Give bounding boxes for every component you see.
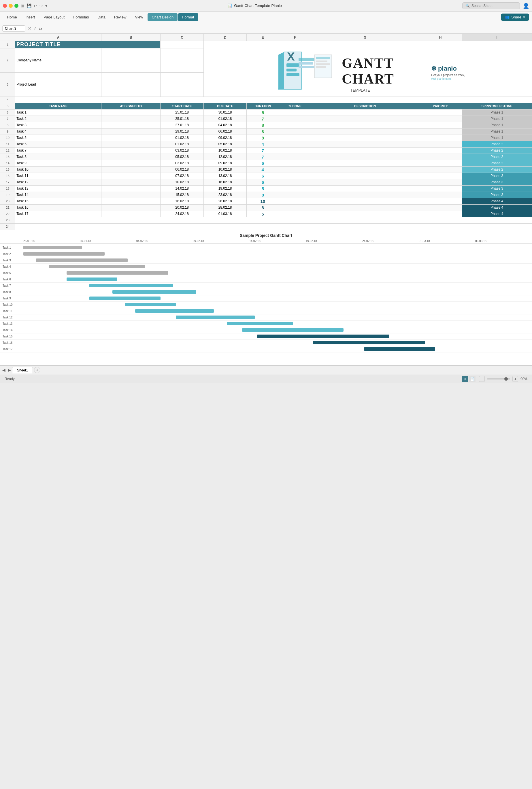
priority-cell[interactable] bbox=[419, 211, 462, 217]
task-name-cell[interactable]: Task 4 bbox=[15, 128, 101, 135]
pct-done-cell[interactable] bbox=[279, 141, 311, 147]
description-cell[interactable] bbox=[311, 109, 419, 116]
assigned-to-cell[interactable] bbox=[101, 185, 160, 192]
priority-cell[interactable] bbox=[419, 198, 462, 204]
due-date-cell[interactable]: 01.02.18 bbox=[204, 116, 246, 122]
task-name-cell[interactable]: Task 1 bbox=[15, 109, 101, 116]
task-name-cell[interactable]: Task 2 bbox=[15, 116, 101, 122]
description-cell[interactable] bbox=[311, 122, 419, 128]
phase-cell[interactable]: Phase 4 bbox=[462, 211, 532, 217]
confirm-icon[interactable]: ✓ bbox=[33, 26, 37, 31]
task-name-cell[interactable]: Task 16 bbox=[15, 204, 101, 211]
col-header-I[interactable]: I bbox=[462, 34, 532, 41]
tab-insert[interactable]: Insert bbox=[22, 13, 39, 21]
view-normal-icon[interactable]: ⊞ bbox=[462, 376, 468, 382]
pct-done-cell[interactable] bbox=[279, 147, 311, 154]
task-name-cell[interactable]: Task 8 bbox=[15, 154, 101, 160]
duration-cell[interactable]: 4 bbox=[247, 166, 279, 173]
phase-cell[interactable]: Phase 4 bbox=[462, 198, 532, 204]
project-lead-cell[interactable]: Project Lead bbox=[15, 72, 101, 97]
col-header-F[interactable]: F bbox=[279, 34, 311, 41]
col-header-E[interactable]: E bbox=[247, 34, 279, 41]
assigned-to-cell[interactable] bbox=[101, 116, 160, 122]
duration-cell[interactable]: 8 bbox=[247, 122, 279, 128]
col-header-C[interactable]: C bbox=[160, 34, 204, 41]
assigned-to-cell[interactable] bbox=[101, 135, 160, 141]
due-date-cell[interactable]: 16.02.18 bbox=[204, 179, 246, 185]
duration-cell[interactable]: 8 bbox=[247, 135, 279, 141]
start-date-cell[interactable]: 10.02.18 bbox=[160, 179, 204, 185]
duration-cell[interactable]: 7 bbox=[247, 154, 279, 160]
due-date-cell[interactable]: 09.02.18 bbox=[204, 160, 246, 166]
due-date-cell[interactable]: 13.02.18 bbox=[204, 173, 246, 179]
phase-cell[interactable]: Phase 2 bbox=[462, 160, 532, 166]
task-name-cell[interactable]: Task 11 bbox=[15, 173, 101, 179]
phase-cell[interactable]: Phase 2 bbox=[462, 154, 532, 160]
pct-done-cell[interactable] bbox=[279, 135, 311, 141]
task-name-cell[interactable]: Task 5 bbox=[15, 135, 101, 141]
zoom-in-button[interactable]: + bbox=[512, 376, 518, 382]
sheet-tab-sheet1[interactable]: Sheet1 bbox=[12, 367, 33, 373]
duration-cell[interactable]: 5 bbox=[247, 185, 279, 192]
assigned-to-cell[interactable] bbox=[101, 173, 160, 179]
priority-cell[interactable] bbox=[419, 160, 462, 166]
phase-cell[interactable]: Phase 3 bbox=[462, 192, 532, 198]
due-date-cell[interactable]: 12.02.18 bbox=[204, 154, 246, 160]
cell-B3[interactable] bbox=[101, 72, 160, 97]
start-date-cell[interactable]: 03.02.18 bbox=[160, 147, 204, 154]
col-header-G[interactable]: G bbox=[311, 34, 419, 41]
close-button[interactable] bbox=[3, 4, 7, 8]
assigned-to-cell[interactable] bbox=[101, 204, 160, 211]
task-name-cell[interactable]: Task 12 bbox=[15, 179, 101, 185]
priority-cell[interactable] bbox=[419, 166, 462, 173]
toolbar-icon-undo[interactable]: ↩ bbox=[34, 3, 37, 8]
start-date-cell[interactable]: 25.01.18 bbox=[160, 116, 204, 122]
tab-formulas[interactable]: Formulas bbox=[69, 13, 93, 21]
pct-done-cell[interactable] bbox=[279, 173, 311, 179]
due-date-cell[interactable]: 30.01.18 bbox=[204, 109, 246, 116]
maximize-button[interactable] bbox=[14, 4, 18, 8]
cell-B2[interactable] bbox=[101, 49, 160, 73]
phase-cell[interactable]: Phase 3 bbox=[462, 173, 532, 179]
duration-cell[interactable]: 7 bbox=[247, 116, 279, 122]
description-cell[interactable] bbox=[311, 128, 419, 135]
priority-cell[interactable] bbox=[419, 179, 462, 185]
phase-cell[interactable]: Phase 2 bbox=[462, 147, 532, 154]
zoom-slider[interactable] bbox=[487, 378, 510, 380]
start-date-cell[interactable]: 29.01.18 bbox=[160, 128, 204, 135]
due-date-cell[interactable]: 09.02.18 bbox=[204, 135, 246, 141]
pct-done-cell[interactable] bbox=[279, 128, 311, 135]
due-date-cell[interactable]: 26.02.18 bbox=[204, 198, 246, 204]
view-page-icon[interactable]: 📄 bbox=[469, 376, 476, 382]
pct-done-cell[interactable] bbox=[279, 204, 311, 211]
start-date-cell[interactable]: 15.02.18 bbox=[160, 192, 204, 198]
phase-cell[interactable]: Phase 1 bbox=[462, 109, 532, 116]
pct-done-cell[interactable] bbox=[279, 122, 311, 128]
due-date-cell[interactable]: 28.02.18 bbox=[204, 204, 246, 211]
tab-home[interactable]: Home bbox=[3, 13, 21, 21]
duration-cell[interactable]: 8 bbox=[247, 128, 279, 135]
priority-cell[interactable] bbox=[419, 154, 462, 160]
phase-cell[interactable]: Phase 2 bbox=[462, 166, 532, 173]
start-date-cell[interactable]: 06.02.18 bbox=[160, 166, 204, 173]
phase-cell[interactable]: Phase 4 bbox=[462, 204, 532, 211]
start-date-cell[interactable]: 20.02.18 bbox=[160, 204, 204, 211]
pct-done-cell[interactable] bbox=[279, 198, 311, 204]
assigned-to-cell[interactable] bbox=[101, 198, 160, 204]
priority-cell[interactable] bbox=[419, 109, 462, 116]
due-date-cell[interactable]: 04.02.18 bbox=[204, 122, 246, 128]
description-cell[interactable] bbox=[311, 173, 419, 179]
search-bar[interactable]: 🔍 Search Sheet bbox=[462, 2, 520, 9]
assigned-to-cell[interactable] bbox=[101, 192, 160, 198]
pct-done-cell[interactable] bbox=[279, 109, 311, 116]
duration-cell[interactable]: 6 bbox=[247, 160, 279, 166]
col-header-A[interactable]: A bbox=[15, 34, 101, 41]
pct-done-cell[interactable] bbox=[279, 211, 311, 217]
description-cell[interactable] bbox=[311, 166, 419, 173]
task-name-cell[interactable]: Task 13 bbox=[15, 185, 101, 192]
pct-done-cell[interactable] bbox=[279, 154, 311, 160]
priority-cell[interactable] bbox=[419, 147, 462, 154]
phase-cell[interactable]: Phase 2 bbox=[462, 141, 532, 147]
pct-done-cell[interactable] bbox=[279, 192, 311, 198]
phase-cell[interactable]: Phase 1 bbox=[462, 116, 532, 122]
